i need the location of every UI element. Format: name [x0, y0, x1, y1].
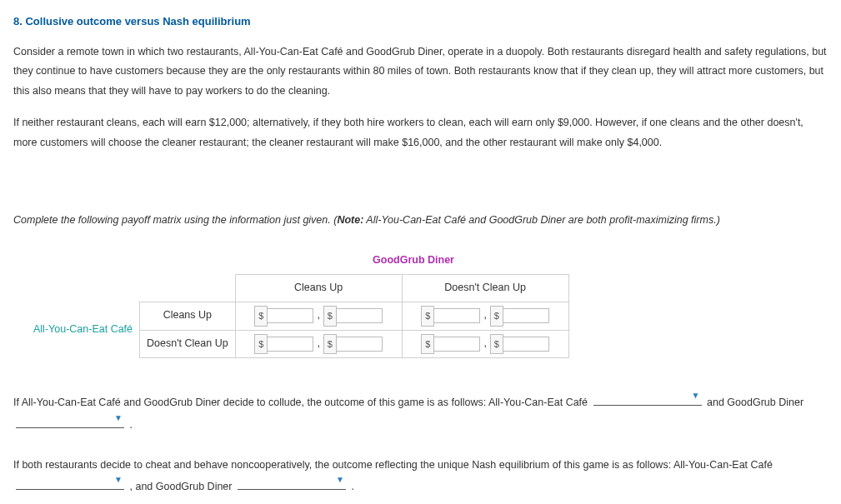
- collude-text-c: .: [129, 419, 132, 431]
- nash-text-a: If both restaurants decide to cheat and …: [13, 459, 773, 471]
- nash-text-c: .: [351, 481, 353, 492]
- currency-prefix: $: [490, 334, 503, 355]
- currency-prefix: $: [323, 306, 337, 327]
- column-player-label: GoodGrub Diner: [247, 251, 580, 274]
- collude-dropdown-gg[interactable]: ▼: [16, 415, 124, 428]
- instruction: Complete the following payoff matrix usi…: [13, 211, 828, 231]
- payoff-input-ayc-nn[interactable]: [434, 337, 480, 352]
- instruction-pre: Complete the following payoff matrix usi…: [13, 214, 337, 226]
- col-header-cleans: Cleans Up: [235, 274, 402, 302]
- currency-prefix: $: [254, 334, 268, 355]
- payoff-input-gg-nc[interactable]: [337, 337, 383, 352]
- instruction-post: All-You-Can-Eat Café and GoodGrub Diner …: [363, 214, 719, 226]
- payoff-input-ayc-nc[interactable]: [268, 337, 313, 352]
- question-title: 8. Collusive outcome versus Nash equilib…: [13, 12, 828, 32]
- collude-text-a: If All-You-Can-Eat Café and GoodGrub Din…: [13, 397, 591, 408]
- payoff-input-gg-cn[interactable]: [503, 308, 549, 323]
- nash-dropdown-ayc[interactable]: ▼: [16, 477, 124, 490]
- payoff-input-gg-nn[interactable]: [503, 337, 549, 352]
- nash-sentence: If both restaurants decide to cheat and …: [13, 454, 828, 498]
- chevron-down-icon: ▼: [336, 471, 344, 488]
- chevron-down-icon: ▼: [114, 409, 123, 427]
- nash-text-b: , and GoodGrub Diner: [129, 481, 234, 492]
- payoff-matrix: GoodGrub Diner Cleans Up Doesn't Clean U…: [13, 251, 828, 358]
- payoff-input-gg-cc[interactable]: [337, 308, 383, 323]
- note-label: Note:: [337, 214, 363, 226]
- collude-text-b: and GoodGrub Diner: [707, 397, 803, 408]
- cell-clean-clean: $,$: [235, 302, 402, 330]
- collude-dropdown-ayc[interactable]: ▼: [593, 392, 702, 406]
- currency-prefix: $: [421, 306, 434, 327]
- chevron-down-icon: ▼: [692, 387, 700, 404]
- cell-clean-notclean: $,$: [402, 302, 568, 330]
- currency-prefix: $: [421, 334, 434, 355]
- row-header-doesnt: Doesn't Clean Up: [140, 330, 236, 358]
- row-player-label: All-You-Can-Eat Café: [27, 302, 140, 358]
- cell-notclean-notclean: $,$: [402, 330, 568, 358]
- col-header-doesnt: Doesn't Clean Up: [402, 274, 568, 302]
- nash-dropdown-gg[interactable]: ▼: [238, 477, 346, 490]
- payoff-input-ayc-cc[interactable]: [268, 308, 313, 323]
- cell-notclean-clean: $,$: [235, 330, 402, 358]
- currency-prefix: $: [323, 334, 337, 355]
- currency-prefix: $: [490, 306, 503, 327]
- collude-sentence: If All-You-Can-Eat Café and GoodGrub Din…: [13, 392, 828, 436]
- row-header-cleans: Cleans Up: [140, 302, 236, 330]
- currency-prefix: $: [254, 306, 268, 327]
- payoff-input-ayc-cn[interactable]: [434, 308, 480, 323]
- chevron-down-icon: ▼: [114, 471, 123, 488]
- paragraph-2: If neither restaurant cleans, each will …: [13, 113, 828, 153]
- paragraph-1: Consider a remote town in which two rest…: [13, 42, 828, 102]
